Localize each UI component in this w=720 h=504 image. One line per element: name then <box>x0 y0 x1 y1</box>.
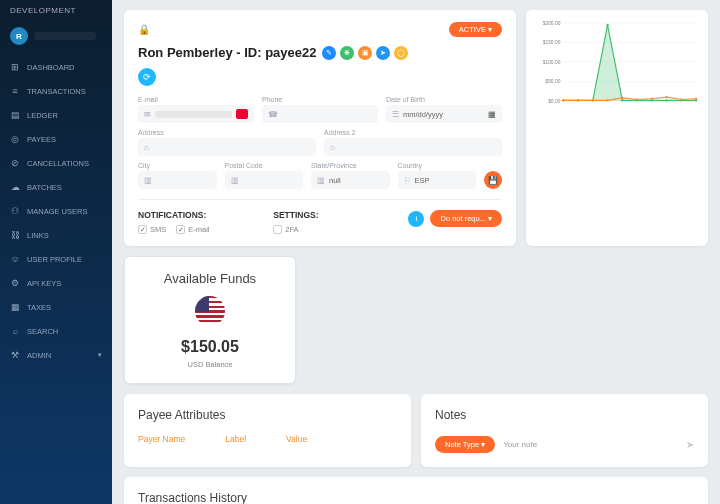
postal-field[interactable]: ▥ <box>225 171 304 189</box>
address-field[interactable]: ⌂ <box>138 138 316 156</box>
action-yellow-icon[interactable]: ◯ <box>394 46 408 60</box>
country-label: Country <box>398 162 477 169</box>
note-type-button[interactable]: Note Type ▾ <box>435 436 495 453</box>
address2-label: Address 2 <box>324 129 502 136</box>
sidebar-item-manage-users[interactable]: ⚇MANAGE USERS <box>0 199 112 223</box>
building-icon: ▥ <box>144 176 152 185</box>
svg-point-25 <box>636 98 638 100</box>
svg-point-17 <box>665 99 667 101</box>
transactions-card: Transactions History <box>124 477 708 504</box>
nav-label: USER PROFILE <box>27 255 82 264</box>
sidebar-item-taxes[interactable]: ▦TAXES <box>0 295 112 319</box>
mail-icon: ✉ <box>144 110 151 119</box>
email-badge-icon <box>236 109 248 119</box>
nav-label: TRANSACTIONS <box>27 87 86 96</box>
sidebar-item-search[interactable]: ⌕SEARCH <box>0 319 112 343</box>
state-field[interactable]: ▥null <box>311 171 390 189</box>
sidebar-item-api-keys[interactable]: ⚙API KEYS <box>0 271 112 295</box>
tx-title: Transactions History <box>138 491 694 504</box>
nav-icon: ⚙ <box>10 278 20 288</box>
phone-field[interactable]: ☎ <box>262 105 378 123</box>
postal-label: Postal Code <box>225 162 304 169</box>
sidebar-item-transactions[interactable]: ≡TRANSACTIONS <box>0 79 112 103</box>
nav-label: BATCHES <box>27 183 62 192</box>
refresh-button[interactable]: ⟳ <box>138 68 156 86</box>
sidebar-item-batches[interactable]: ☁BATCHES <box>0 175 112 199</box>
email-field[interactable]: ✉ <box>138 105 254 123</box>
sidebar-item-cancellations[interactable]: ⊘CANCELLATIONS <box>0 151 112 175</box>
attrs-title: Payee Attributes <box>138 408 397 422</box>
send-icon[interactable]: ➤ <box>376 46 390 60</box>
sidebar-item-ledger[interactable]: ▤LEDGER <box>0 103 112 127</box>
sidebar-item-dashboard[interactable]: ⊞DASHBOARD <box>0 55 112 79</box>
twofa-checkbox[interactable]: 2FA <box>273 225 298 234</box>
divider <box>138 199 502 200</box>
nav-icon: ⛓ <box>10 230 20 240</box>
nav-icon: ☺ <box>10 254 20 264</box>
dob-label: Date of Birth <box>386 96 502 103</box>
nav-label: TAXES <box>27 303 51 312</box>
address-label: Address <box>138 129 316 136</box>
city-field[interactable]: ▥ <box>138 171 217 189</box>
do-not-request-button[interactable]: Do not requ... ▾ <box>430 210 502 227</box>
svg-text:$100.00: $100.00 <box>543 60 561 65</box>
svg-point-14 <box>621 99 623 101</box>
home-icon: ⌂ <box>330 143 335 152</box>
nav-icon: ⊘ <box>10 158 20 168</box>
state-label: State/Province <box>311 162 390 169</box>
sms-checkbox[interactable]: SMS <box>138 225 166 234</box>
nav-icon: ⌕ <box>10 326 20 336</box>
svg-point-27 <box>665 96 667 98</box>
notifications-title: NOTIFICATIONS: <box>138 210 243 220</box>
usa-flag-icon <box>195 296 225 326</box>
action-green-icon[interactable]: ❋ <box>340 46 354 60</box>
sidebar-title: DEVELOPMENT <box>0 0 112 21</box>
avatar: R <box>10 27 28 45</box>
nav-icon: ▤ <box>10 110 20 120</box>
nav-icon: ⚒ <box>10 350 20 360</box>
send-note-icon[interactable]: ➤ <box>686 439 694 450</box>
svg-point-22 <box>592 99 594 101</box>
nav-icon: ☁ <box>10 182 20 192</box>
notes-title: Notes <box>435 408 694 422</box>
nav-icon: ⊞ <box>10 62 20 72</box>
funds-card: Available Funds $150.05 USD Balance <box>124 256 296 384</box>
chart-card: $0.00$50.00$100.00$150.00$200.00 <box>526 10 708 246</box>
svg-point-24 <box>621 97 623 99</box>
nav-label: LINKS <box>27 231 49 240</box>
sidebar-user[interactable]: R <box>0 21 112 51</box>
nav-label: PAYEES <box>27 135 56 144</box>
phone-icon: ☎ <box>268 110 278 119</box>
note-input[interactable]: Your note <box>503 440 678 449</box>
sidebar-item-links[interactable]: ⛓LINKS <box>0 223 112 247</box>
funds-subtitle: USD Balance <box>139 360 281 369</box>
sidebar-item-user-profile[interactable]: ☺USER PROFILE <box>0 247 112 271</box>
nav-label: CANCELLATIONS <box>27 159 89 168</box>
nav-icon: ◎ <box>10 134 20 144</box>
building-icon: ▥ <box>231 176 239 185</box>
phone-label: Phone <box>262 96 378 103</box>
email-label: E-mail <box>138 96 254 103</box>
nav-label: DASHBOARD <box>27 63 75 72</box>
user-name-redacted <box>34 32 96 40</box>
save-button[interactable]: 💾 <box>484 171 502 189</box>
nav-icon: ≡ <box>10 86 20 96</box>
date-picker-icon[interactable]: ▦ <box>488 110 496 119</box>
notes-card: Notes Note Type ▾ Your note ➤ <box>421 394 708 467</box>
dob-field[interactable]: ☰mm/dd/yyyy▦ <box>386 105 502 123</box>
funds-amount: $150.05 <box>139 338 281 356</box>
sidebar-item-payees[interactable]: ◎PAYEES <box>0 127 112 151</box>
calendar-icon: ☰ <box>392 110 399 119</box>
sidebar-item-admin[interactable]: ⚒ADMIN <box>0 343 112 367</box>
address2-field[interactable]: ⌂ <box>324 138 502 156</box>
status-badge[interactable]: ACTIVE ▾ <box>449 22 502 37</box>
info-button[interactable]: i <box>408 211 424 227</box>
country-field[interactable]: ⚐ESP <box>398 171 477 189</box>
svg-point-20 <box>562 99 564 101</box>
edit-icon[interactable]: ✎ <box>322 46 336 60</box>
nav: ⊞DASHBOARD≡TRANSACTIONS▤LEDGER◎PAYEES⊘CA… <box>0 55 112 367</box>
email-checkbox[interactable]: E-mail <box>176 225 209 234</box>
action-orange-icon[interactable]: ▣ <box>358 46 372 60</box>
email-redacted <box>155 111 232 118</box>
svg-point-29 <box>695 98 697 100</box>
